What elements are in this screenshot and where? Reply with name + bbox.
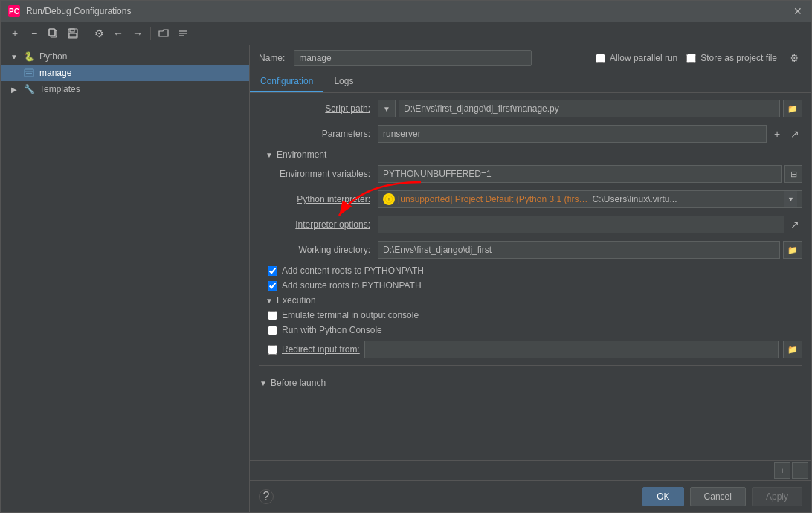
arrow-right-button[interactable]: → xyxy=(129,25,146,42)
run-debug-dialog: PC Run/Debug Configurations ✕ + − ⚙ ← → xyxy=(0,0,812,513)
python-group-label: Python xyxy=(39,51,67,62)
sort-button[interactable] xyxy=(175,25,191,42)
run-python-console-label[interactable]: Run with Python Console xyxy=(282,325,382,335)
templates-icon: 🔧 xyxy=(23,83,35,95)
toolbar: + − ⚙ ← → xyxy=(1,22,811,45)
dialog-title: Run/Debug Configurations xyxy=(26,6,786,16)
app-icon: PC xyxy=(8,5,20,17)
scroll-minus-button[interactable]: − xyxy=(792,462,808,479)
script-path-browse-button[interactable]: 📁 xyxy=(783,100,802,117)
run-python-console-row: Run with Python Console xyxy=(259,325,802,335)
interpreter-options-row: Interpreter options: ↗ xyxy=(259,215,802,234)
parameters-expand-button[interactable]: ↗ xyxy=(787,126,802,141)
folder-button[interactable] xyxy=(155,25,172,42)
sidebar-item-templates[interactable]: ▶ 🔧 Templates xyxy=(1,81,249,97)
svg-rect-4 xyxy=(70,29,74,32)
emulate-terminal-checkbox[interactable] xyxy=(268,311,277,320)
toolbar-separator-2 xyxy=(150,27,151,40)
python-group-icon: 🐍 xyxy=(23,51,35,62)
run-python-console-checkbox[interactable] xyxy=(268,326,277,335)
before-launch-label: Before launch xyxy=(271,378,326,388)
cancel-button[interactable]: Cancel xyxy=(690,487,746,506)
arrow-left-button[interactable]: ← xyxy=(110,25,126,42)
parameters-row: Parameters: + ↗ xyxy=(259,124,802,143)
ok-button[interactable]: OK xyxy=(642,487,683,506)
add-content-roots-row: Add content roots to PYTHONPATH xyxy=(259,265,802,276)
before-launch-section-header: ▼ Before launch xyxy=(259,378,802,388)
emulate-terminal-label[interactable]: Emulate terminal in output console xyxy=(282,310,419,320)
script-path-input[interactable] xyxy=(399,100,780,117)
svg-rect-1 xyxy=(49,29,55,36)
script-path-dropdown-button[interactable]: ▼ xyxy=(378,100,396,117)
parameters-input[interactable] xyxy=(378,125,767,143)
redirect-input-checkbox[interactable] xyxy=(268,345,277,355)
interpreter-path: C:\Users\linux\.virtu... xyxy=(593,194,784,204)
redirect-input-field[interactable] xyxy=(364,341,779,358)
sidebar-item-python-group[interactable]: ▼ 🐍 Python xyxy=(1,48,249,65)
help-button[interactable]: ? xyxy=(259,489,274,504)
working-directory-label: Working directory: xyxy=(259,245,378,255)
parameters-add-button[interactable]: + xyxy=(770,126,784,141)
script-path-input-group: ▼ 📁 xyxy=(378,100,802,117)
allow-parallel-label[interactable]: Allow parallel run xyxy=(596,53,677,63)
templates-expand-icon: ▶ xyxy=(10,85,19,94)
tabs: Configuration Logs xyxy=(250,71,811,93)
store-as-project-checkbox[interactable] xyxy=(686,54,696,63)
env-variables-browse-button[interactable]: ⊟ xyxy=(784,165,802,183)
templates-label: Templates xyxy=(39,84,80,94)
interpreter-options-expand-button[interactable]: ↗ xyxy=(787,217,802,232)
env-variables-row: Environment variables: ⊟ xyxy=(259,164,802,184)
settings-button[interactable]: ⚙ xyxy=(91,25,107,42)
interpreter-options-input[interactable] xyxy=(378,216,784,233)
redirect-input-label[interactable]: Redirect input from: xyxy=(282,344,360,355)
help-area: ? xyxy=(259,489,637,504)
before-launch-section: ▼ Before launch xyxy=(259,365,802,388)
python-interpreter-row: Python interpreter: ! [unsupported] Proj… xyxy=(259,190,802,209)
add-config-button[interactable]: + xyxy=(7,25,23,42)
environment-section-label: Environment xyxy=(277,149,326,160)
copy-config-button[interactable] xyxy=(45,25,62,42)
store-settings-button[interactable]: ⚙ xyxy=(786,50,802,66)
remove-config-button[interactable]: − xyxy=(26,25,42,42)
tab-configuration[interactable]: Configuration xyxy=(250,71,323,92)
title-bar: PC Run/Debug Configurations ✕ xyxy=(1,1,811,22)
store-as-project-label[interactable]: Store as project file xyxy=(686,53,777,63)
tab-logs[interactable]: Logs xyxy=(323,71,364,92)
working-directory-input[interactable] xyxy=(378,241,780,259)
env-variables-label: Environment variables: xyxy=(259,169,378,179)
add-source-roots-checkbox[interactable] xyxy=(268,281,277,291)
interpreter-options-label: Interpreter options: xyxy=(259,219,378,230)
execution-expand-icon[interactable]: ▼ xyxy=(265,296,274,305)
scroll-add-button[interactable]: + xyxy=(774,462,790,479)
sidebar-item-manage[interactable]: manage xyxy=(1,65,249,81)
redirect-input-browse-button[interactable]: 📁 xyxy=(783,341,802,358)
environment-expand-icon[interactable]: ▼ xyxy=(265,150,274,159)
python-group-expand-icon: ▼ xyxy=(10,52,19,61)
interpreter-options-input-group: ↗ xyxy=(378,216,802,233)
allow-parallel-checkbox[interactable] xyxy=(596,54,605,63)
before-launch-expand-icon[interactable]: ▼ xyxy=(259,378,268,387)
env-variables-input-group: ⊟ xyxy=(378,165,802,183)
save-config-button[interactable] xyxy=(65,25,81,42)
execution-section-header: ▼ Execution xyxy=(265,295,802,306)
config-body: Script path: ▼ 📁 Parameters: + ↗ xyxy=(250,93,811,460)
redirect-input-row: Redirect input from: 📁 xyxy=(259,340,802,359)
env-variables-input[interactable] xyxy=(378,165,782,183)
add-content-roots-label[interactable]: Add content roots to PYTHONPATH xyxy=(282,265,424,276)
main-content: ▼ 🐍 Python manage ▶ 🔧 Templat xyxy=(1,45,811,512)
svg-text:!: ! xyxy=(388,197,390,202)
working-directory-browse-button[interactable]: 📁 xyxy=(783,241,802,259)
interpreter-dropdown-arrow: ▼ xyxy=(784,190,797,208)
sidebar: ▼ 🐍 Python manage ▶ 🔧 Templat xyxy=(1,45,250,512)
parameters-input-group: + ↗ xyxy=(378,125,802,143)
python-interpreter-input-group: ! [unsupported] Project Default (Python … xyxy=(378,190,802,208)
close-button[interactable]: ✕ xyxy=(792,5,804,17)
config-panel: Name: Allow parallel run Store as projec… xyxy=(250,45,811,512)
add-source-roots-row: Add source roots to PYTHONPATH xyxy=(259,280,802,291)
name-input[interactable] xyxy=(294,50,532,66)
add-content-roots-checkbox[interactable] xyxy=(268,266,277,276)
python-interpreter-select[interactable]: ! [unsupported] Project Default (Python … xyxy=(378,190,802,208)
apply-button[interactable]: Apply xyxy=(752,487,802,506)
add-source-roots-label[interactable]: Add source roots to PYTHONPATH xyxy=(282,280,422,291)
execution-section-label: Execution xyxy=(277,295,316,306)
